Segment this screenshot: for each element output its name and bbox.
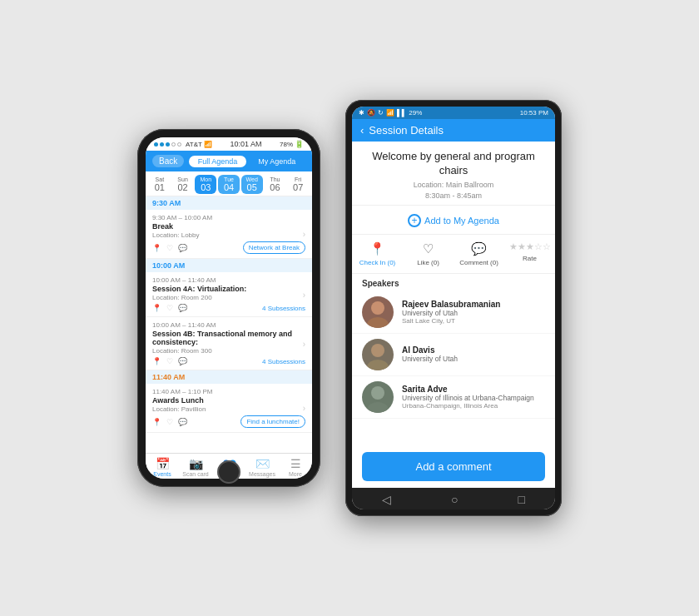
speaker-name-3: Sarita Adve <box>402 385 545 394</box>
iphone-topbar: Back Full Agenda My Agenda <box>146 151 312 171</box>
time-header-930: 9:30 AM <box>146 196 312 210</box>
more-icon: ☰ <box>290 457 301 470</box>
heart-icon: ♡ <box>166 244 173 252</box>
full-agenda-tab[interactable]: Full Agenda <box>189 156 245 167</box>
location-icon: 📍 <box>152 304 161 312</box>
my-agenda-tab[interactable]: My Agenda <box>249 156 305 167</box>
android-time: 10:53 PM <box>520 109 548 117</box>
android-status-bar: ✱ 🔕 ↻ 📶 ▌▌ 29% 10:53 PM <box>352 107 555 119</box>
android-home-nav[interactable]: ○ <box>451 493 458 506</box>
svg-point-0 <box>371 301 384 315</box>
comment-icon: 💬 <box>178 418 187 426</box>
tab-scan[interactable]: 📷 Scan card <box>179 457 212 477</box>
chevron-right-icon: › <box>303 290 305 299</box>
speaker-org-3: University of Illinois at Urbana-Champai… <box>402 394 545 402</box>
add-comment-button[interactable]: Add a comment <box>362 452 545 481</box>
comment-action[interactable]: 💬 Comment (0) <box>454 238 504 270</box>
like-label: Like (0) <box>417 259 439 266</box>
list-item[interactable]: Rajeev Balasubramanian University of Uta… <box>352 291 555 334</box>
battery-pct: 78% <box>280 141 293 148</box>
speakers-header: Speakers <box>352 274 555 291</box>
comment-label: Comment (0) <box>459 259 498 266</box>
speaker-name-2: Al Davis <box>402 345 545 355</box>
day-wed[interactable]: Wed05 <box>241 175 263 194</box>
session-header: Welcome by general and program chairs Lo… <box>352 142 555 206</box>
checkin-label: Check In (0) <box>359 259 396 266</box>
camera-icon: 📷 <box>189 457 203 470</box>
silent-icon: 🔕 <box>367 109 375 117</box>
signal-icon: ▌▌ <box>397 109 406 117</box>
like-action[interactable]: ♡ Like (0) <box>403 238 454 270</box>
battery-pct: 29% <box>409 109 422 117</box>
check-in-action[interactable]: 📍 Check In (0) <box>352 238 403 270</box>
comment-icon: 💬 <box>178 357 187 365</box>
comment-bubble-icon: 💬 <box>471 241 487 256</box>
svg-point-2 <box>371 344 384 357</box>
list-item[interactable]: 10:00 AM – 11:40 AM Session 4B: Transact… <box>146 317 312 370</box>
svg-point-5 <box>367 402 389 413</box>
android-recents-nav[interactable]: □ <box>518 493 525 506</box>
back-button[interactable]: Back <box>152 155 184 167</box>
session-time: 8:30am - 8:45am <box>365 191 542 200</box>
list-item[interactable]: Al Davis University of Utah <box>352 334 555 376</box>
android-page-title: Session Details <box>369 124 444 137</box>
android-content: Welcome by general and program chairs Lo… <box>352 142 555 488</box>
tab-more[interactable]: ☰ More <box>279 457 312 477</box>
iphone-status-bar: AT&T 📶 10:01 AM 78% 🔋 <box>146 137 312 151</box>
comment-icon: 💬 <box>178 304 187 312</box>
lunchmate-button[interactable]: Find a lunchmate! <box>240 415 305 428</box>
day-sat[interactable]: Sat01 <box>149 175 171 194</box>
android-back-nav[interactable]: ◁ <box>382 493 391 506</box>
day-tue[interactable]: Tue04 <box>218 175 240 194</box>
messages-icon: ✉️ <box>255 457 270 470</box>
plus-circle-icon: + <box>408 214 421 227</box>
session-location: Location: Main Ballroom <box>365 181 542 189</box>
list-item[interactable]: 10:00 AM – 11:40 AM Session 4A: Virtuali… <box>146 272 312 317</box>
speaker-org-1: University of Utah <box>402 309 545 317</box>
speaker-avatar-1 <box>362 296 394 328</box>
signal-dots: AT&T 📶 <box>154 141 212 148</box>
schedule-list: 9:30 AM 9:30 AM – 10:00 AM Break Locatio… <box>146 196 312 453</box>
checkin-icon: 📍 <box>369 241 385 256</box>
battery-area: 78% 🔋 <box>280 140 304 148</box>
android-back-button[interactable]: ‹ <box>360 124 364 137</box>
day-fri[interactable]: Fri07 <box>287 175 309 194</box>
heart-icon: ♡ <box>166 304 173 312</box>
location-icon: 📍 <box>152 357 161 365</box>
add-agenda-button[interactable]: + Add to My Agenda <box>408 214 499 227</box>
home-button[interactable] <box>217 460 240 484</box>
svg-point-3 <box>367 360 389 370</box>
comment-icon: 💬 <box>178 244 187 252</box>
list-item[interactable]: 9:30 AM – 10:00 AM Break Location: Lobby… <box>146 210 312 259</box>
time-header-1000: 10:00 AM <box>146 259 312 272</box>
iphone-time: 10:01 AM <box>230 140 261 148</box>
chevron-right-icon: › <box>303 339 305 348</box>
rate-action[interactable]: ★★★☆☆ Rate <box>504 238 555 270</box>
day-sun[interactable]: Sun02 <box>172 175 194 194</box>
day-mon[interactable]: Mon03 <box>195 175 216 194</box>
time-header-1140: 11:40 AM <box>146 370 312 384</box>
tab-messages-label: Messages <box>249 471 275 477</box>
days-row: Sat01 Sun02 Mon03 Tue04 Wed05 Thu06 Fri0… <box>146 171 312 196</box>
android-device: ✱ 🔕 ↻ 📶 ▌▌ 29% 10:53 PM ‹ Session Detail… <box>345 100 562 516</box>
location-icon: 📍 <box>152 418 161 426</box>
iphone-device: AT&T 📶 10:01 AM 78% 🔋 Back Full Agenda M… <box>137 129 320 487</box>
speaker-loc-1: Salt Lake City, UT <box>402 317 545 325</box>
speakers-section: Speakers Rajeev Balasubramanian Unive <box>352 274 555 445</box>
network-break-button[interactable]: Network at Break <box>243 241 305 254</box>
android-nav-bar: ◁ ○ □ <box>352 488 555 509</box>
tab-events[interactable]: 📅 Events <box>146 457 179 477</box>
sync-icon: ↻ <box>378 109 384 117</box>
svg-point-1 <box>367 317 389 328</box>
rate-label: Rate <box>523 255 537 262</box>
location-icon: 📍 <box>152 244 161 252</box>
session-actions-bar: 📍 Check In (0) ♡ Like (0) 💬 Comment (0) <box>352 235 555 274</box>
day-thu[interactable]: Thu06 <box>265 175 286 194</box>
speaker-avatar-3 <box>362 381 394 413</box>
tab-more-label: More <box>289 471 302 477</box>
chevron-right-icon: › <box>303 230 305 239</box>
list-item[interactable]: Sarita Adve University of Illinois at Ur… <box>352 376 555 419</box>
list-item[interactable]: 11:40 AM – 1:10 PM Awards Lunch Location… <box>146 384 312 433</box>
tab-messages[interactable]: ✉️ Messages <box>245 457 279 477</box>
speaker-avatar-2 <box>362 339 394 370</box>
